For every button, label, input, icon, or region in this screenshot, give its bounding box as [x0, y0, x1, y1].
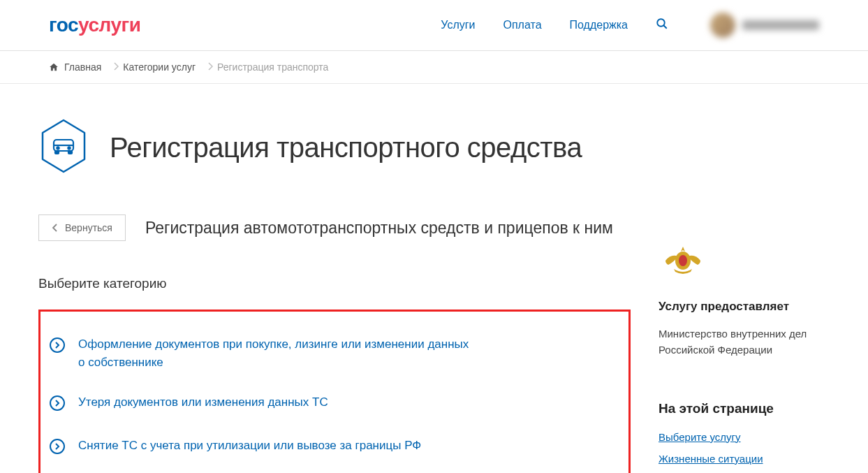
chevron-circle-icon [49, 337, 66, 356]
subtitle-row: Вернуться Регистрация автомототранспортн… [38, 214, 631, 241]
category-item[interactable]: Оформление документов при покупке, лизин… [49, 324, 616, 382]
crumb-separator [114, 61, 119, 73]
svg-point-10 [50, 439, 64, 453]
select-category-label: Выберите категорию [38, 276, 631, 291]
categories-highlight-box: Оформление документов при покупке, лизин… [38, 310, 631, 473]
crumb-home[interactable]: Главная [49, 61, 110, 73]
main-column: Регистрация транспортного средства Верну… [38, 119, 631, 473]
svg-point-7 [68, 147, 70, 149]
category-item[interactable]: Снятие ТС с учета при утилизации или выв… [49, 425, 616, 469]
user-menu[interactable] [710, 13, 819, 38]
home-icon [49, 62, 59, 72]
svg-point-9 [50, 396, 64, 410]
chevron-left-icon [52, 223, 58, 233]
category-text: Снятие ТС с учета при утилизации или выв… [78, 437, 421, 455]
crumb-categories[interactable]: Категории услуг [123, 61, 204, 73]
crumb-separator [208, 61, 213, 73]
svg-point-0 [657, 19, 665, 27]
subtitle: Регистрация автомототранспортных средств… [145, 219, 613, 238]
header: госуслуги Услуги Оплата Поддержка [0, 0, 868, 51]
provider-text: Министерство внутренних дел Российской Ф… [659, 326, 819, 358]
svg-rect-5 [68, 151, 72, 154]
chevron-circle-icon [49, 395, 66, 414]
svg-point-8 [50, 338, 64, 352]
back-button[interactable]: Вернуться [38, 214, 126, 241]
title-row: Регистрация транспортного средства [38, 119, 631, 176]
crumb-current-label: Регистрация транспорта [217, 61, 328, 73]
search-icon[interactable] [656, 17, 668, 33]
logo-part1: гос [49, 14, 78, 36]
crumb-home-label: Главная [64, 61, 101, 73]
provider-title: Услугу предоставляет [659, 300, 819, 314]
car-hex-icon [38, 119, 89, 176]
svg-line-1 [663, 25, 667, 29]
on-page-title: На этой странице [659, 400, 819, 419]
sidebar: Услугу предоставляет Министерство внутре… [659, 119, 819, 473]
nav-payment[interactable]: Оплата [503, 19, 541, 31]
logo-part2: услуги [78, 14, 140, 36]
crumb-current: Регистрация транспорта [217, 61, 337, 73]
svg-point-12 [679, 255, 687, 266]
category-text: Утеря документов или изменения данных ТС [78, 393, 328, 412]
on-page-link-situations[interactable]: Жизненные ситуации [659, 453, 819, 465]
back-button-label: Вернуться [65, 222, 112, 233]
crumb-categories-label: Категории услуг [123, 61, 196, 73]
avatar [710, 13, 735, 38]
content: Регистрация транспортного средства Верну… [0, 84, 868, 473]
logo[interactable]: госуслуги [49, 14, 140, 36]
svg-rect-4 [55, 151, 59, 154]
main-nav: Услуги Оплата Поддержка [441, 17, 668, 33]
breadcrumb: Главная Категории услуг Регистрация тран… [0, 51, 868, 84]
chevron-circle-icon [49, 438, 66, 458]
page-title: Регистрация транспортного средства [110, 132, 582, 163]
category-text: Оформление документов при покупке, лизин… [78, 335, 469, 371]
nav-services[interactable]: Услуги [441, 19, 475, 31]
svg-point-6 [57, 147, 59, 149]
category-item[interactable]: Утеря документов или изменения данных ТС [49, 382, 616, 425]
nav-support[interactable]: Поддержка [570, 19, 628, 31]
emblem-icon [659, 241, 819, 279]
on-page-link-select[interactable]: Выберите услугу [659, 431, 819, 443]
user-name [742, 20, 819, 30]
